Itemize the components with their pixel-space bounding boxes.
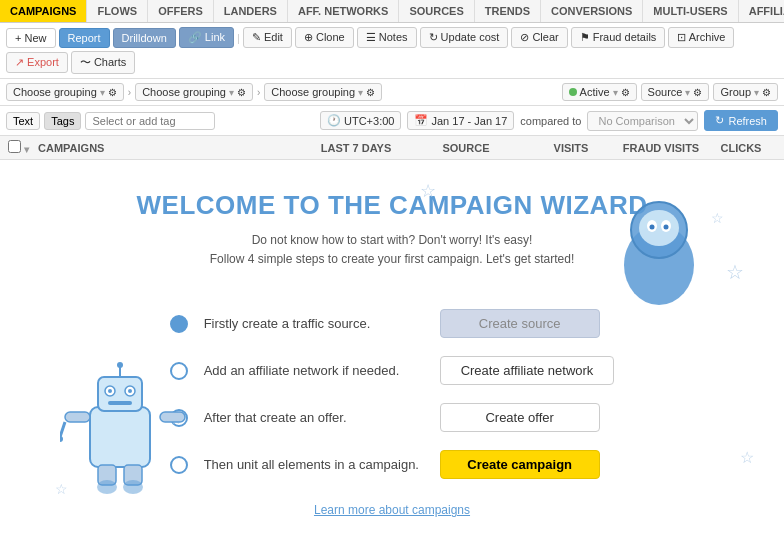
settings-icon-active: ⚙: [621, 87, 630, 98]
col-clicks-header: CLICKS: [706, 142, 776, 154]
nav-landers[interactable]: LANDERS: [214, 0, 288, 22]
drilldown-button[interactable]: Drilldown: [113, 28, 176, 48]
star-deco-3: ☆: [726, 260, 744, 284]
select-all-checkbox[interactable]: [8, 140, 21, 153]
grouping-select-2[interactable]: Choose grouping ▾ ⚙: [135, 83, 253, 101]
chevron-down-source: ▾: [685, 87, 690, 98]
create-affiliate-network-button[interactable]: Create affiliate network: [440, 356, 615, 385]
svg-point-2: [639, 210, 679, 246]
edit-icon: ✎: [252, 31, 261, 43]
chevron-down-active: ▾: [613, 87, 618, 98]
top-navigation: CAMPAIGNS FLOWS OFFERS LANDERS AFF. NETW…: [0, 0, 784, 23]
group-select[interactable]: Group ▾ ⚙: [713, 83, 778, 101]
grouping-select-3[interactable]: Choose grouping ▾ ⚙: [264, 83, 382, 101]
step-text-3: After that create an offer.: [204, 410, 424, 425]
wizard-subtitle: Do not know how to start with? Don't wor…: [210, 231, 574, 269]
settings-icon-1: ⚙: [108, 87, 117, 98]
arrow-right-1: ›: [128, 87, 131, 98]
svg-rect-18: [160, 412, 185, 422]
nav-offers[interactable]: OFFERS: [148, 0, 214, 22]
notes-icon: ☰: [366, 31, 376, 43]
text-filter-btn[interactable]: Text: [6, 112, 40, 130]
svg-point-20: [60, 436, 63, 442]
nav-campaigns[interactable]: CAMPAIGNS: [0, 0, 87, 22]
create-source-button: Create source: [440, 309, 600, 338]
nav-multi-users[interactable]: MULTI-USERS: [643, 0, 738, 22]
tag-section: Text Tags: [6, 112, 215, 130]
link-button[interactable]: 🔗 Link: [179, 27, 234, 48]
grouping-bar: Choose grouping ▾ ⚙ › Choose grouping ▾ …: [0, 79, 784, 106]
svg-point-5: [650, 225, 655, 230]
svg-line-19: [60, 422, 65, 437]
svg-point-23: [97, 480, 117, 494]
filter-bar: Text Tags 🕐 UTC+3:00 📅 Jan 17 - Jan 17 c…: [0, 106, 784, 136]
export-button[interactable]: ↗ Export: [6, 52, 68, 73]
source-select[interactable]: Source ▾ ⚙: [641, 83, 710, 101]
grouping-select-1[interactable]: Choose grouping ▾ ⚙: [6, 83, 124, 101]
svg-rect-9: [98, 377, 142, 411]
fraud-button[interactable]: ⚑ Fraud details: [571, 27, 666, 48]
refresh-icon: ↻: [715, 114, 724, 127]
fraud-icon: ⚑: [580, 31, 590, 43]
svg-rect-17: [65, 412, 90, 422]
archive-button[interactable]: ⊡ Archive: [668, 27, 734, 48]
star-deco-1: ☆: [420, 180, 436, 202]
tags-filter-btn[interactable]: Tags: [44, 112, 81, 130]
nav-trends[interactable]: TRENDS: [475, 0, 541, 22]
status-dot-icon: [569, 88, 577, 96]
wizard-step-2: Add an affiliate network if needed. Crea…: [170, 356, 615, 385]
svg-rect-16: [108, 401, 132, 405]
svg-point-24: [123, 480, 143, 494]
notes-button[interactable]: ☰ Notes: [357, 27, 417, 48]
export-icon: ↗: [15, 56, 24, 68]
active-status-select[interactable]: Active ▾ ⚙: [562, 83, 637, 101]
robot-illustration: [60, 357, 190, 487]
step-circle-1: [170, 315, 188, 333]
learn-more-link[interactable]: Learn more about campaigns: [314, 503, 470, 517]
clear-button[interactable]: ⊘ Clear: [511, 27, 567, 48]
refresh-button[interactable]: ↻ Refresh: [704, 110, 778, 131]
timezone-badge: 🕐 UTC+3:00: [320, 111, 401, 130]
wizard-steps: Firstly create a traffic source. Create …: [170, 309, 615, 479]
settings-icon-source: ⚙: [693, 87, 702, 98]
nav-affiliate-panel[interactable]: AFFILIATE PANEL: [739, 0, 784, 22]
wizard-step-1: Firstly create a traffic source. Create …: [170, 309, 615, 338]
chevron-down-group: ▾: [754, 87, 759, 98]
wizard-title: WELCOME TO THE CAMPAIGN WIZARD: [137, 190, 648, 221]
sort-arrow-icon: ▾: [24, 144, 29, 155]
svg-point-11: [117, 362, 123, 368]
nav-aff-networks[interactable]: AFF. NETWORKS: [288, 0, 399, 22]
create-campaign-button[interactable]: Create campaign: [440, 450, 600, 479]
report-button[interactable]: Report: [59, 28, 110, 48]
nav-conversions[interactable]: CONVERSIONS: [541, 0, 643, 22]
wizard-step-3: After that create an offer. Create offer: [170, 403, 615, 432]
edit-button[interactable]: ✎ Edit: [243, 27, 292, 48]
update-cost-icon: ↻: [429, 31, 438, 43]
settings-icon-3: ⚙: [366, 87, 375, 98]
step-text-4: Then unit all elements in a campaign.: [204, 457, 424, 472]
clone-icon: ⊕: [304, 31, 313, 43]
separator-1: |: [237, 32, 240, 44]
clock-icon: 🕐: [327, 114, 341, 127]
svg-rect-8: [90, 407, 150, 467]
clear-icon: ⊘: [520, 31, 529, 43]
update-cost-button[interactable]: ↻ Update cost: [420, 27, 509, 48]
new-button[interactable]: + New: [6, 28, 56, 48]
nav-sources[interactable]: SOURCES: [399, 0, 474, 22]
col-fraud-header: FRAUD VISITS: [616, 142, 706, 154]
svg-point-14: [108, 389, 112, 393]
step-text-1: Firstly create a traffic source.: [204, 316, 424, 331]
date-range-picker[interactable]: 📅 Jan 17 - Jan 17: [407, 111, 514, 130]
chevron-down-icon-1: ▾: [100, 87, 105, 98]
comparison-select[interactable]: No Comparison: [587, 111, 698, 131]
create-offer-button[interactable]: Create offer: [440, 403, 600, 432]
nav-flows[interactable]: FLOWS: [87, 0, 148, 22]
wizard-step-4: Then unit all elements in a campaign. Cr…: [170, 450, 615, 479]
clone-button[interactable]: ⊕ Clone: [295, 27, 354, 48]
table-header: ▾ CAMPAIGNS LAST 7 DAYS SOURCE VISITS FR…: [0, 136, 784, 160]
archive-icon: ⊡: [677, 31, 686, 43]
col-last7-header: LAST 7 DAYS: [306, 142, 406, 154]
tag-input[interactable]: [85, 112, 215, 130]
charts-button[interactable]: 〜 Charts: [71, 51, 135, 74]
compared-to-label: compared to: [520, 115, 581, 127]
